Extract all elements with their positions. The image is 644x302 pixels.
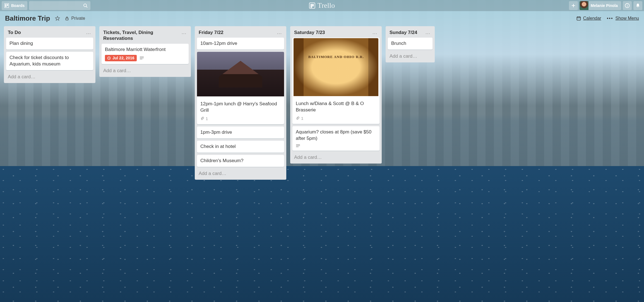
card[interactable]: Check in at hotel <box>197 141 284 153</box>
card[interactable]: 10am-12pm drive <box>197 38 284 50</box>
list: Saturday 7/23…Lunch w/Diana & Scott @ B … <box>290 26 382 164</box>
card[interactable]: 12pm-1pm lunch @ Harry's Seafood Grill1 <box>197 52 284 124</box>
list-header: Tickets, Travel, Dining Reservations… <box>102 28 189 42</box>
card[interactable]: Aquarium? closes at 8pm (save $50 after … <box>292 126 379 151</box>
app-logo[interactable]: Trello <box>309 1 335 10</box>
card[interactable]: Plan dining <box>6 38 93 50</box>
card-title: 10am-12pm drive <box>200 40 281 47</box>
board: To Do…Plan diningCheck for ticket discou… <box>0 24 644 191</box>
topbar: Boards Trello Melanie Pinola <box>0 0 644 11</box>
card[interactable]: Check for ticket discounts to Aquarium, … <box>6 52 93 70</box>
card-cover-image <box>197 52 284 96</box>
ellipsis-icon: … <box>181 30 186 35</box>
list-title[interactable]: Sunday 7/24 <box>390 30 417 35</box>
card-title: Brunch <box>391 40 429 47</box>
ellipsis-icon: … <box>86 30 91 35</box>
board-title[interactable]: Baltimore Trip <box>5 14 50 22</box>
svg-rect-1 <box>5 4 6 7</box>
visibility-button[interactable]: Private <box>65 16 85 21</box>
list-title[interactable]: Saturday 7/23 <box>294 30 325 35</box>
boards-button[interactable]: Boards <box>2 1 27 10</box>
list-header: Friday 7/22… <box>197 28 284 35</box>
card[interactable]: 1pm-3pm drive <box>197 126 284 138</box>
card-badges: 1 <box>200 116 281 121</box>
svg-line-4 <box>86 6 87 8</box>
card[interactable]: Brunch <box>388 38 432 50</box>
card[interactable]: Baltimore Marriott WaterfrontJul 22, 201… <box>102 44 189 64</box>
card-title: Aquarium? closes at 8pm (save $50 after … <box>296 129 376 142</box>
card-title: Children's Museum? <box>200 158 281 164</box>
notifications-button[interactable] <box>633 1 642 10</box>
attachment-badge: 1 <box>200 116 208 121</box>
attachment-count: 1 <box>206 116 208 121</box>
due-date-text: Jul 22, 2016 <box>112 55 134 61</box>
card[interactable]: Lunch w/Diana & Scott @ B & O Brasserie1 <box>292 38 379 124</box>
plus-icon <box>571 3 576 8</box>
list-menu-button[interactable]: … <box>181 30 187 35</box>
add-card-button[interactable]: Add a card… <box>292 153 379 161</box>
svg-rect-12 <box>577 17 580 20</box>
paperclip-icon <box>296 116 300 120</box>
show-menu-link[interactable]: ••• Show Menu <box>607 16 639 21</box>
attachment-count: 1 <box>301 116 303 121</box>
description-icon <box>296 144 300 148</box>
list-title[interactable]: To Do <box>8 30 21 35</box>
info-icon <box>625 3 630 8</box>
svg-marker-10 <box>56 16 60 20</box>
list-menu-button[interactable]: … <box>372 30 378 35</box>
list-title[interactable]: Friday 7/22 <box>199 30 224 35</box>
list-title[interactable]: Tickets, Travel, Dining Reservations <box>103 30 181 42</box>
card-cover-image <box>294 38 378 96</box>
list-menu-button[interactable]: … <box>425 30 431 35</box>
search-input[interactable] <box>29 1 90 10</box>
clock-icon <box>107 56 111 60</box>
add-card-button[interactable]: Add a card… <box>6 72 93 80</box>
list: Sunday 7/24…BrunchAdd a card… <box>386 26 435 62</box>
due-date-badge: Jul 22, 2016 <box>105 55 137 61</box>
list-header: Sunday 7/24… <box>388 28 432 35</box>
info-button[interactable] <box>623 1 632 10</box>
description-icon <box>140 56 144 60</box>
attachment-badge: 1 <box>296 116 303 121</box>
list-header: Saturday 7/23… <box>292 28 379 35</box>
search-icon <box>83 3 88 8</box>
calendar-link[interactable]: Calendar <box>576 16 601 21</box>
svg-point-3 <box>84 4 86 7</box>
boards-icon <box>4 3 9 8</box>
show-menu-label: Show Menu <box>616 16 639 21</box>
user-menu[interactable]: Melanie Pinola <box>580 1 621 10</box>
svg-rect-0 <box>5 4 9 8</box>
create-button[interactable] <box>569 1 578 10</box>
card-title: 1pm-3pm drive <box>200 129 281 136</box>
card-title: Lunch w/Diana & Scott @ B & O Brasserie <box>296 101 376 113</box>
lock-icon <box>65 16 69 20</box>
bell-icon <box>635 3 640 8</box>
card-title: 12pm-1pm lunch @ Harry's Seafood Grill <box>200 101 281 114</box>
card[interactable]: Children's Museum? <box>197 155 284 167</box>
add-card-button[interactable]: Add a card… <box>102 66 189 74</box>
card-badges <box>296 144 376 148</box>
list: Tickets, Travel, Dining Reservations…Bal… <box>99 26 191 77</box>
trello-logo-icon <box>309 3 315 9</box>
ellipsis-icon: … <box>277 30 282 35</box>
calendar-label: Calendar <box>583 16 601 21</box>
ellipsis-icon: … <box>425 30 430 35</box>
svg-rect-11 <box>66 18 68 20</box>
add-card-button[interactable]: Add a card… <box>388 52 432 60</box>
card-badges: 1 <box>296 116 376 121</box>
app-logo-text: Trello <box>318 1 335 10</box>
list: Friday 7/22…10am-12pm drive12pm-1pm lunc… <box>195 26 286 180</box>
card-badges: Jul 22, 2016 <box>105 55 185 61</box>
ellipsis-icon: … <box>372 30 377 35</box>
visibility-label: Private <box>71 16 85 21</box>
list-header: To Do… <box>6 28 93 35</box>
paperclip-icon <box>200 117 204 121</box>
add-card-button[interactable]: Add a card… <box>197 169 284 177</box>
svg-point-9 <box>627 4 628 5</box>
list-menu-button[interactable]: … <box>276 30 282 35</box>
card-title: Check in at hotel <box>200 143 281 150</box>
card-title: Baltimore Marriott Waterfront <box>105 47 185 53</box>
list-menu-button[interactable]: … <box>85 30 92 35</box>
svg-rect-2 <box>7 4 8 6</box>
star-icon[interactable] <box>55 16 60 21</box>
